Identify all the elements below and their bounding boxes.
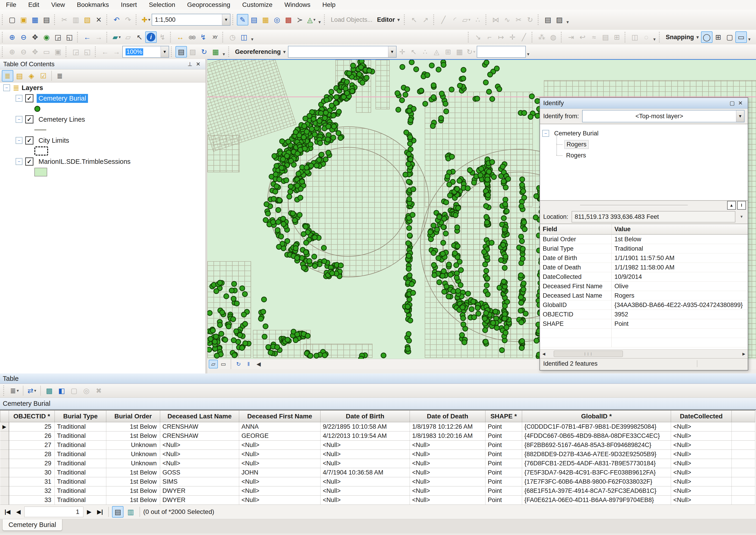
- fixed-zoom-in-button[interactable]: ◲: [52, 31, 64, 43]
- table-cell[interactable]: <Null>: [239, 450, 321, 459]
- table-cell[interactable]: <Null>: [239, 459, 321, 468]
- table-cell[interactable]: <Null>: [410, 477, 486, 487]
- georef-layer-combo[interactable]: ▼: [288, 46, 397, 58]
- toolbar-grip[interactable]: [561, 32, 563, 42]
- table-row[interactable]: 29TraditionalUnknown<Null><Null><Null><N…: [0, 459, 755, 468]
- table-cell[interactable]: Unknown: [106, 440, 160, 450]
- measure-button[interactable]: ↔: [175, 31, 186, 43]
- table-cell[interactable]: <Null>: [671, 468, 732, 477]
- full-extent-button[interactable]: ◉: [41, 31, 52, 43]
- new-document-button[interactable]: ▢: [6, 14, 18, 25]
- go-back-extent-button[interactable]: ←: [82, 31, 93, 43]
- data-view-button[interactable]: ▱: [209, 360, 218, 368]
- vertex-snapping-button[interactable]: ▢: [724, 31, 735, 43]
- row-indicator[interactable]: [0, 459, 9, 468]
- table-cell[interactable]: 1st Below: [106, 477, 160, 487]
- georef-rotation-input[interactable]: [477, 46, 526, 58]
- switch-selection-button[interactable]: ◧: [56, 385, 67, 396]
- row-indicator[interactable]: [0, 487, 9, 495]
- straight-segment-button[interactable]: ╱: [438, 14, 449, 25]
- identify-field-row[interactable]: Date of Birth1/1/1901 11:57:50 AM: [540, 253, 748, 263]
- toolbar-overflow-icon[interactable]: ▾: [653, 37, 656, 43]
- layout-zoom-in-button[interactable]: ⊕: [6, 46, 18, 58]
- toc-layer-marionil-sde-trimblesessions[interactable]: −✓MarionIL.SDE.TrimbleSessions: [0, 156, 206, 167]
- table-cell[interactable]: Traditional: [55, 468, 106, 477]
- edit-tool-button[interactable]: ✎: [237, 14, 248, 25]
- identify-field-row[interactable]: Deceased Last NameRogers: [540, 291, 748, 300]
- column-header-shape-[interactable]: SHAPE *: [486, 410, 522, 422]
- table-cell[interactable]: 9/22/1895 10:10:58 AM: [321, 422, 410, 432]
- menu-edit[interactable]: Edit: [22, 1, 45, 9]
- menu-insert[interactable]: Insert: [115, 1, 143, 9]
- open-button[interactable]: ▣: [18, 14, 29, 25]
- adv-edit-curve-button[interactable]: ≈: [588, 31, 600, 43]
- adv-edit-split-polygons-button[interactable]: ◌: [640, 31, 652, 43]
- toolbar-grip[interactable]: [3, 385, 6, 396]
- table-cell[interactable]: <Null>: [671, 495, 732, 505]
- table-cell[interactable]: 29: [9, 459, 55, 468]
- toc-layer-cemetery-lines[interactable]: −✓Cemetery Lines: [0, 114, 206, 125]
- table-cell[interactable]: Traditional: [55, 487, 106, 495]
- toolbar-grip[interactable]: [77, 32, 79, 42]
- rotate-button[interactable]: ↻▾: [465, 46, 477, 58]
- table-cell[interactable]: 1/8/1978 10:12:26 AM: [410, 422, 486, 432]
- column-header-date-of-death[interactable]: Date of Death: [410, 410, 486, 422]
- close-icon[interactable]: ✕: [194, 60, 202, 68]
- related-tables-button[interactable]: ⇄▾: [26, 385, 38, 396]
- view-link-table-button[interactable]: ⊞: [442, 46, 454, 58]
- toolbar-grip[interactable]: [66, 46, 68, 57]
- toolbar-grip[interactable]: [232, 14, 235, 25]
- toolbar-grip[interactable]: [54, 14, 56, 25]
- adv-edit-copy-features-button[interactable]: ↘: [472, 31, 484, 43]
- search-window-button[interactable]: ◎: [271, 14, 283, 25]
- table-cell[interactable]: 31: [9, 477, 55, 487]
- current-record-marker-icon[interactable]: ▶: [0, 422, 9, 432]
- row-indicator[interactable]: [0, 477, 9, 487]
- toolbar-grip[interactable]: [228, 46, 231, 57]
- redo-button[interactable]: ↷: [122, 14, 134, 25]
- pan-button[interactable]: ✥: [29, 31, 41, 43]
- menu-file[interactable]: File: [0, 1, 22, 9]
- identify-field-row[interactable]: GlobalID{34AA3B6D-BA66-4E22-A935-0247243…: [540, 300, 748, 310]
- toolbar-grip[interactable]: [222, 32, 225, 42]
- create-viewer-window-button[interactable]: ◫: [238, 31, 250, 43]
- table-cell[interactable]: 1st Below: [106, 422, 160, 432]
- identify-field-row[interactable]: OBJECTID3952: [540, 310, 748, 319]
- chevron-down-icon[interactable]: ▼: [736, 110, 744, 122]
- time-slider-button[interactable]: ◷: [227, 31, 238, 43]
- table-cell[interactable]: <Null>: [410, 468, 486, 477]
- data-driven-pages-button[interactable]: ↻: [198, 46, 210, 58]
- layer-label[interactable]: MarionIL.SDE.TrimbleSessions: [37, 157, 132, 166]
- go-forward-extent-button[interactable]: →: [93, 31, 104, 43]
- identify-field-row[interactable]: DateCollected10/9/2014: [540, 272, 748, 282]
- fixed-zoom-out-button[interactable]: ◱: [64, 31, 75, 43]
- catalog-window-button[interactable]: ▦: [260, 14, 271, 25]
- toolbar-grip[interactable]: [170, 32, 172, 42]
- table-cell[interactable]: <Null>: [410, 440, 486, 450]
- endpoint-arc-button[interactable]: ◜: [449, 14, 461, 25]
- row-indicator[interactable]: [0, 432, 9, 440]
- table-row[interactable]: 26Traditional1st BelowCRENSHAWGEORGE4/12…: [0, 432, 755, 440]
- table-row[interactable]: 28TraditionalUnknown<Null><Null><Null><N…: [0, 450, 755, 459]
- list-by-visibility-button[interactable]: ◈: [26, 70, 37, 82]
- scroll-left-icon[interactable]: ◀: [540, 352, 548, 356]
- toolbar-grip[interactable]: [324, 14, 326, 25]
- table-cell[interactable]: GEORGE: [239, 432, 321, 440]
- table-cell[interactable]: <Null>: [160, 459, 239, 468]
- table-cell[interactable]: Traditional: [55, 459, 106, 468]
- toolbar-grip[interactable]: [106, 32, 109, 42]
- scroll-left-button[interactable]: ◀: [254, 360, 263, 368]
- toc-root-row[interactable]: − ≣ Layers: [0, 82, 206, 93]
- toc-layer-city-limits[interactable]: −✓City Limits: [0, 135, 206, 146]
- rotate-tool-button[interactable]: ↻: [524, 14, 536, 25]
- column-header-datecollected[interactable]: DateCollected: [671, 410, 732, 422]
- print-button[interactable]: ▤: [41, 14, 52, 25]
- table-cell[interactable]: <Null>: [671, 450, 732, 459]
- table-cell[interactable]: 1st Below: [106, 495, 160, 505]
- zoom-out-button[interactable]: ⊖: [18, 31, 29, 43]
- chevron-down-icon[interactable]: ▼: [222, 14, 230, 25]
- layout-zoom-out-button[interactable]: ⊖: [18, 46, 29, 58]
- table-cell[interactable]: <Null>: [239, 440, 321, 450]
- table-cell[interactable]: <Null>: [410, 487, 486, 495]
- identify-result-item[interactable]: Rogers: [564, 139, 745, 150]
